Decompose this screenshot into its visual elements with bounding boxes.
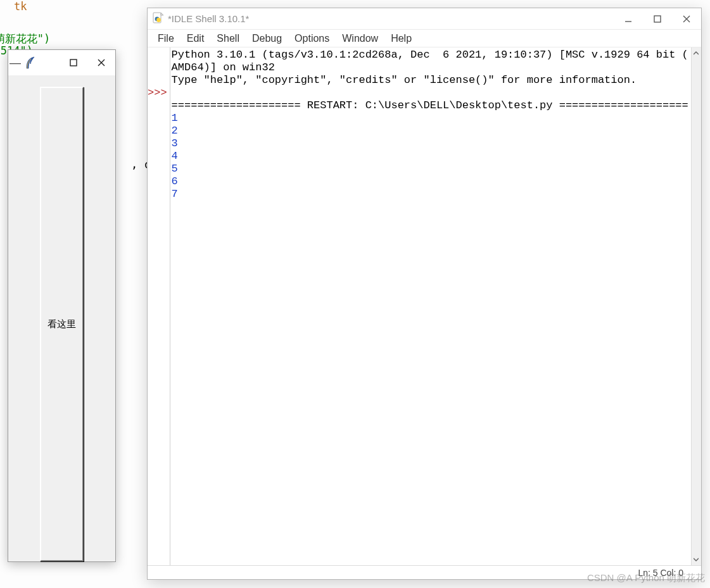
scroll-up-arrow[interactable] [692, 47, 701, 59]
scroll-down-arrow[interactable] [692, 554, 701, 565]
shell-prompt: >>> [148, 87, 170, 99]
menu-help[interactable]: Help [384, 32, 418, 46]
tk-feather-icon [22, 56, 36, 70]
idle-titlebar[interactable]: *IDLE Shell 3.10.1* [148, 8, 701, 30]
tk-close-button[interactable] [87, 50, 115, 75]
python-banner: Python 3.10.1 (tags/v3.10.1:2cd268a, Dec… [172, 49, 688, 61]
close-icon [98, 59, 105, 66]
chevron-up-icon [694, 51, 699, 55]
output-line: 6 [172, 175, 178, 187]
menu-edit[interactable]: Edit [181, 32, 211, 46]
idle-prompt-gutter: >>> [148, 47, 170, 565]
idle-scrollbar[interactable] [691, 47, 701, 565]
python-file-icon [153, 12, 164, 26]
tk-titlebar[interactable]: — [8, 50, 115, 75]
output-line: 7 [172, 188, 178, 200]
python-banner: Type "help", "copyright", "credits" or "… [172, 74, 637, 86]
idle-shell-body[interactable]: >>> Python 3.10.1 (tags/v3.10.1:2cd268a,… [148, 47, 701, 565]
output-line: 4 [172, 150, 178, 162]
bg-code-frag: tk [14, 0, 27, 13]
minimize-icon [624, 15, 632, 23]
look-here-button[interactable]: 看这里 [40, 87, 84, 561]
svg-point-5 [156, 18, 161, 22]
tk-body: 看这里 [8, 75, 115, 561]
tk-maximize-button[interactable] [60, 50, 87, 75]
output-line: 1 [172, 112, 178, 124]
idle-maximize-button[interactable] [643, 8, 672, 29]
svg-rect-7 [654, 16, 661, 22]
menu-file[interactable]: File [151, 32, 181, 46]
idle-menubar: File Edit Shell Debug Options Window Hel… [148, 30, 701, 47]
tk-title-overflow: — [8, 56, 22, 70]
cursor-position: Ln: 5 Col: 0 [638, 568, 683, 578]
close-icon [683, 15, 690, 23]
idle-minimize-button[interactable] [614, 8, 643, 29]
output-line: 5 [172, 163, 178, 175]
python-banner: AMD64)] on win32 [172, 61, 275, 73]
bg-code-frag: hon萌新花花") [0, 32, 50, 46]
idle-text-area[interactable]: Python 3.10.1 (tags/v3.10.1:2cd268a, Dec… [170, 47, 691, 565]
menu-options[interactable]: Options [288, 32, 336, 46]
svg-rect-0 [70, 59, 77, 66]
idle-status-bar: Ln: 5 Col: 0 [148, 565, 701, 579]
menu-shell[interactable]: Shell [210, 32, 246, 46]
tkinter-app-window[interactable]: — 看这里 [8, 49, 116, 562]
menu-window[interactable]: Window [336, 32, 384, 46]
chevron-down-icon [694, 558, 699, 561]
output-line: 3 [172, 137, 178, 149]
output-line: 2 [172, 125, 178, 137]
idle-shell-window[interactable]: *IDLE Shell 3.10.1* File Edit Shell Debu… [147, 8, 702, 580]
idle-window-title: *IDLE Shell 3.10.1* [164, 13, 249, 24]
restart-line: ==================== RESTART: C:\Users\D… [172, 99, 688, 111]
idle-close-button[interactable] [672, 8, 701, 29]
maximize-icon [654, 15, 661, 23]
menu-debug[interactable]: Debug [246, 32, 288, 46]
maximize-icon [70, 59, 77, 66]
